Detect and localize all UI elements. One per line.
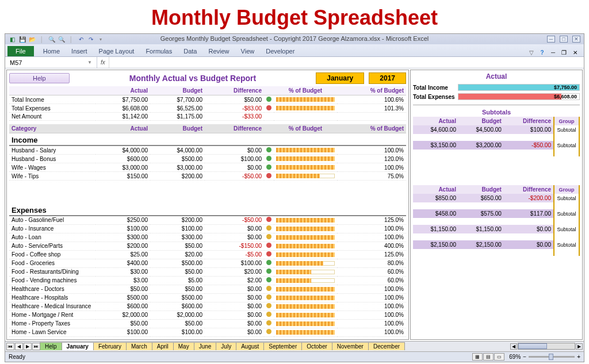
zoom-thumb[interactable] [549, 354, 553, 360]
ribbon-tab-view[interactable]: View [235, 46, 261, 56]
fx-icon[interactable]: fx [101, 59, 105, 66]
table-row[interactable]: Home - Property Taxes $50.00 $50.00 $0.0… [9, 319, 406, 328]
table-row[interactable]: Home - Mortgage / Rent $2,000.00 $2,000.… [9, 311, 406, 319]
help-icon[interactable]: ? [538, 48, 546, 56]
doc-restore-icon[interactable]: ❐ [560, 48, 568, 56]
qat-customize-icon[interactable]: ▾ [97, 36, 104, 43]
sheet-tab-february[interactable]: February [93, 342, 127, 350]
help-button[interactable]: Help [9, 73, 70, 83]
year-selector[interactable]: 2017 [369, 72, 406, 84]
sheet-tab-may[interactable]: May [173, 342, 194, 350]
cell-actual: $200.00 [95, 242, 150, 250]
open-icon[interactable]: 📂 [28, 36, 36, 43]
file-tab[interactable]: File [7, 46, 34, 56]
table-row[interactable]: Healthcare - Hospitals $500.00 $500.00 $… [9, 293, 406, 302]
table-row[interactable]: Total Income $7,750.00 $7,700.00 $50.00 … [9, 95, 406, 104]
ribbon-tab-insert[interactable]: Insert [66, 46, 93, 56]
table-row[interactable]: Auto - Insurance $100.00 $100.00 $0.00 1… [9, 224, 406, 233]
sheet-tab-november[interactable]: November [332, 342, 369, 350]
minimize-button[interactable]: ─ [547, 36, 555, 43]
sheet-tab-april[interactable]: April [152, 342, 174, 350]
table-row[interactable]: Husband - Salary $4,000.00 $4,000.00 $0.… [9, 145, 406, 155]
find-icon[interactable]: 🔍 [48, 36, 55, 43]
tab-nav-last-icon[interactable]: ⏭ [32, 343, 40, 350]
status-dot-icon [266, 251, 271, 256]
normal-view-icon[interactable]: ▦ [472, 353, 483, 361]
cell-bar [274, 276, 337, 285]
row-label: Auto - Gasoline/Fuel [9, 216, 95, 225]
status-dot-icon [266, 269, 271, 274]
scroll-right-icon[interactable]: ▶ [576, 343, 583, 350]
page-layout-view-icon[interactable]: ▤ [483, 353, 494, 361]
ribbon-tab-review[interactable]: Review [202, 46, 235, 56]
page-break-view-icon[interactable]: ▭ [494, 353, 504, 361]
scroll-left-icon[interactable]: ◀ [510, 343, 517, 350]
table-row[interactable]: Total Expenses $6,608.00 $6,525.00 -$83.… [9, 104, 406, 113]
table-row[interactable]: Wife - Wages $3,000.00 $3,000.00 $0.00 1… [9, 163, 406, 172]
table-row[interactable]: Wife - Tips $150.00 $200.00 -$50.00 75.0… [9, 172, 406, 181]
zoom-out-icon[interactable]: − [523, 354, 526, 360]
window-controls: ─ □ ✕ [547, 36, 580, 43]
ribbon-tab-home[interactable]: Home [37, 46, 66, 56]
sheet-tab-july[interactable]: July [216, 342, 236, 350]
sheet-tab-january[interactable]: January [62, 342, 94, 350]
row-label: Healthcare - Doctors [9, 285, 95, 293]
cell-diff: $20.00 [205, 267, 264, 276]
tab-nav-prev-icon[interactable]: ◀ [15, 343, 23, 350]
row-label: Auto - Loan [9, 233, 95, 242]
table-row[interactable]: Food - Groceries $400.00 $500.00 $100.00… [9, 259, 406, 267]
cell-pob: 100.0% [337, 319, 406, 328]
ribbon-tab-data[interactable]: Data [178, 46, 202, 56]
dropdown-icon[interactable]: ▼ [87, 60, 92, 65]
sheet-tab-september[interactable]: September [263, 342, 302, 350]
month-selector[interactable]: January [316, 72, 364, 84]
horizontal-scrollbar[interactable]: ◀ ▶ [510, 343, 583, 350]
cell-diff: $0.00 [205, 293, 264, 302]
sheet-tab-december[interactable]: December [368, 342, 405, 350]
col-budget: Budget [150, 86, 205, 95]
sheet-tab-help[interactable]: Help [40, 342, 62, 350]
table-row[interactable]: Home - Lawn Service $100.00 $100.00 $0.0… [9, 328, 406, 336]
doc-close-icon[interactable]: ✕ [571, 48, 579, 56]
sheet-tab-march[interactable]: March [126, 342, 152, 350]
scroll-thumb[interactable] [518, 343, 547, 349]
save-icon[interactable]: 💾 [18, 36, 26, 43]
cell-budget: $3,000.00 [150, 163, 205, 172]
table-row[interactable]: Food - Coffee shop $25.00 $20.00 -$5.00 … [9, 250, 406, 259]
maximize-button[interactable]: □ [560, 36, 568, 43]
row-label: Food - Vending machines [9, 276, 95, 285]
table-row[interactable]: Food - Vending machines $3.00 $5.00 $2.0… [9, 276, 406, 285]
redo-icon[interactable]: ↷ [87, 36, 94, 43]
table-row[interactable]: Food - Restaurants/Dining $30.00 $50.00 … [9, 267, 406, 276]
status-dot-icon [266, 217, 271, 222]
name-box[interactable]: M57 ▼ [5, 57, 97, 68]
table-row[interactable]: Auto - Service/Parts $200.00 $50.00 -$15… [9, 242, 406, 250]
ribbon-tab-formulas[interactable]: Formulas [140, 46, 178, 56]
minimize-ribbon-icon[interactable]: ▽ [527, 48, 536, 56]
table-row[interactable]: Healthcare - Medical Insurance $600.00 $… [9, 302, 406, 311]
table-row[interactable]: Healthcare - Doctors $50.00 $50.00 $0.00… [9, 285, 406, 293]
doc-minimize-icon[interactable]: ─ [549, 48, 557, 56]
undo-icon[interactable]: ↶ [77, 36, 85, 43]
cell-pob: 100.6% [337, 95, 406, 104]
cell-diff: $0.00 [205, 328, 264, 336]
ribbon-tab-developer[interactable]: Developer [260, 46, 300, 56]
table-row[interactable]: Auto - Loan $300.00 $300.00 $0.00 100.0% [9, 233, 406, 242]
table-row[interactable]: Auto - Gasoline/Fuel $250.00 $200.00 -$5… [9, 216, 406, 225]
zoom-in-icon[interactable]: + [577, 354, 580, 360]
tab-nav-first-icon[interactable]: ⏮ [6, 343, 14, 350]
zoom-control[interactable]: 69% − + [509, 354, 580, 360]
table-row[interactable]: Husband - Bonus $600.00 $500.00 $100.00 … [9, 155, 406, 163]
sheet-tab-october[interactable]: October [301, 342, 332, 350]
cell-pob: 100.0% [337, 328, 406, 336]
tab-nav-next-icon[interactable]: ▶ [24, 343, 32, 350]
sheet-tab-june[interactable]: June [194, 342, 217, 350]
ribbon-tab-page-layout[interactable]: Page Layout [93, 46, 140, 56]
find-all-icon[interactable]: 🔍 [58, 36, 65, 43]
sheet-tab-august[interactable]: August [236, 342, 264, 350]
status-dot-icon [266, 147, 271, 152]
table-row[interactable]: Net Amount $1,142.00 $1,175.00 -$33.00 [9, 113, 406, 121]
formula-input[interactable] [109, 57, 584, 68]
cell-budget: $600.00 [150, 302, 205, 311]
close-button[interactable]: ✕ [572, 36, 580, 43]
